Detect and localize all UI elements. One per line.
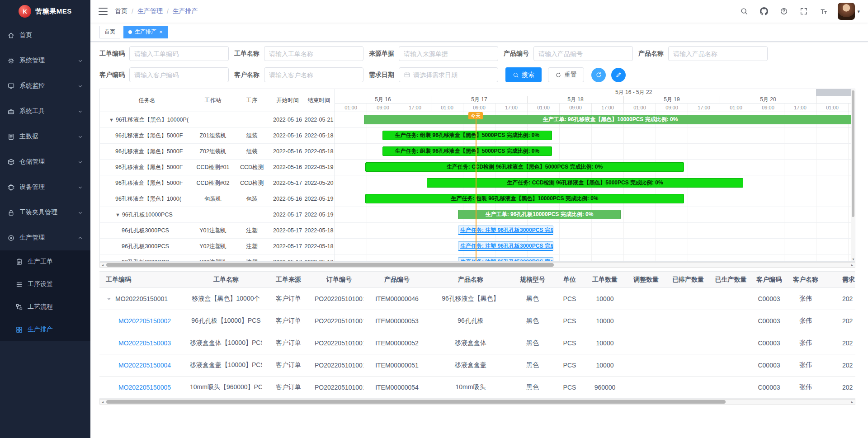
reset-button[interactable]: 重置 bbox=[548, 67, 584, 82]
breadcrumb-item-1[interactable]: 生产管理 bbox=[137, 7, 163, 15]
sidebar-item-3[interactable]: 系统工具 bbox=[0, 99, 90, 124]
gantt-bar[interactable]: 生产任务: 注塑 96孔孔板3000PCS 完成 bbox=[458, 226, 553, 235]
pencil-icon bbox=[615, 71, 622, 78]
gantt-grid-header: 任务名 工作站 工序 开始时间 结束时间 bbox=[100, 89, 335, 112]
input-field[interactable] bbox=[673, 50, 763, 57]
expand-triangle-icon[interactable]: ▼ bbox=[115, 212, 120, 217]
table-row[interactable]: MO202205150003移液盒盒体【10000】PCS客户订单PO20220… bbox=[99, 332, 855, 354]
avatar[interactable] bbox=[838, 3, 855, 20]
fullscreen-button[interactable] bbox=[796, 4, 811, 19]
filter-text-input[interactable] bbox=[129, 46, 229, 61]
sidebar-item-8[interactable]: 生产管理 bbox=[0, 225, 90, 250]
sidebar-subitem-8-2[interactable]: 工艺流程 bbox=[0, 296, 90, 318]
filter-text-input[interactable] bbox=[533, 46, 633, 61]
sidebar-subitem-8-0[interactable]: 生产工单 bbox=[0, 250, 90, 273]
gantt-bar[interactable]: 生产工单: 96孔孔板10000PCS 完成比例: 0% bbox=[458, 210, 621, 219]
filter-text-input[interactable] bbox=[668, 46, 768, 61]
filter-text-input[interactable] bbox=[399, 46, 498, 61]
gantt-bar[interactable]: 生产任务: CCD检测 96孔移液盒【黑色】5000PCS 完成比例: 0% bbox=[427, 178, 743, 188]
gantt-bar[interactable]: 生产任务: 注塑 96孔孔板3000PCS 完成 bbox=[458, 241, 553, 251]
filter-text-input[interactable] bbox=[264, 46, 363, 61]
input-field[interactable] bbox=[413, 71, 493, 79]
input-field[interactable] bbox=[269, 50, 359, 57]
scrollbar-left-arrow-icon[interactable]: ◄ bbox=[100, 400, 105, 404]
gantt-grid-row[interactable]: 96孔孔板3000PCS Y03注塑机 注塑 2022-05-17 2022-0… bbox=[100, 254, 335, 261]
input-field[interactable] bbox=[269, 71, 359, 79]
search-button[interactable]: 搜索 bbox=[505, 67, 542, 82]
table-cell bbox=[709, 377, 753, 399]
gantt-grid-row[interactable]: 96孔移液盒【黑色】5000F CCD检测#02 CCD检测 2022-05-1… bbox=[100, 175, 335, 191]
gantt-grid-row[interactable]: ▼ 96孔孔板10000PCS 2022-05-17 2022-05-19 bbox=[100, 207, 335, 223]
input-field[interactable] bbox=[134, 71, 224, 79]
table-horizontal-scrollbar[interactable]: ◄ ► bbox=[99, 399, 855, 405]
gantt-bar[interactable]: 生产工单: 96孔移液盒【黑色】10000PCS 完成比例: 0% bbox=[364, 115, 852, 124]
gantt-vertical-scrollbar[interactable]: ▼ bbox=[851, 89, 855, 261]
timeline-hour-row: 01:0009:0017:0001:0009:0017:0001:0009:00… bbox=[335, 104, 852, 112]
refresh-icon bbox=[595, 71, 602, 78]
scrollbar-thumb[interactable] bbox=[106, 400, 726, 404]
gantt-grid-row[interactable]: 96孔移液盒【黑色】5000F CCD检测#01 CCD检测 2022-05-1… bbox=[100, 160, 335, 175]
work-order-code-link[interactable]: MO202205150003 bbox=[118, 339, 171, 347]
table-row[interactable]: MO202205150001移液盒【黑色】10000个客户订单PO2022051… bbox=[99, 288, 855, 310]
work-order-code-link[interactable]: MO202205150002 bbox=[118, 317, 171, 325]
search-button[interactable] bbox=[736, 4, 752, 19]
sidebar-item-0[interactable]: 首页 bbox=[0, 23, 90, 48]
table-row[interactable]: MO202205150004移液盒盒盖【10000】PCS客户订单PO20220… bbox=[99, 354, 855, 377]
tab-close-icon[interactable]: × bbox=[159, 29, 163, 35]
scrollbar-thumb[interactable] bbox=[852, 90, 854, 217]
demand-date-input[interactable] bbox=[399, 67, 498, 82]
scrollbar-right-arrow-icon[interactable]: ► bbox=[849, 400, 855, 404]
input-field[interactable] bbox=[404, 50, 493, 57]
sidebar-item-6[interactable]: 设备管理 bbox=[0, 174, 90, 200]
github-button[interactable] bbox=[756, 4, 772, 19]
sidebar-subitem-8-3[interactable]: 生产排产 bbox=[0, 318, 90, 341]
timeline-corner-block bbox=[816, 89, 852, 96]
work-order-code-link[interactable]: MO202205150005 bbox=[118, 384, 171, 391]
hamburger-menu-icon[interactable] bbox=[99, 8, 108, 15]
scrollbar-left-arrow-icon[interactable]: ◄ bbox=[100, 264, 105, 267]
scrollbar-thumb[interactable] bbox=[106, 263, 554, 267]
gantt-grid-row[interactable]: 96孔孔板3000PCS Y01注塑机 注塑 2022-05-17 2022-0… bbox=[100, 223, 335, 239]
sidebar-subitem-8-1[interactable]: 工序设置 bbox=[0, 273, 90, 296]
sidebar-item-7[interactable]: 工装夹具管理 bbox=[0, 200, 90, 225]
refresh-button[interactable] bbox=[591, 68, 606, 82]
row-expand-chevron-icon[interactable] bbox=[106, 296, 112, 302]
gantt-grid-row[interactable]: 96孔移液盒【黑色】5000F Z02组装机 组装 2022-05-16 202… bbox=[100, 144, 335, 160]
sidebar-item-1[interactable]: 系统管理 bbox=[0, 48, 90, 73]
tab-home[interactable]: 首页 bbox=[99, 26, 120, 38]
gantt-bar[interactable]: 生产任务: 组装 96孔移液盒【黑色】5000PCS 完成比例: 0% bbox=[382, 146, 552, 156]
table-cell bbox=[709, 332, 753, 354]
gantt-grid-row[interactable]: 96孔孔板3000PCS Y02注塑机 注塑 2022-05-17 2022-0… bbox=[100, 239, 335, 254]
filter-text-input[interactable] bbox=[264, 67, 363, 82]
font-size-button[interactable] bbox=[816, 4, 831, 19]
scrollbar-down-arrow-icon[interactable]: ▼ bbox=[851, 258, 855, 261]
sidebar-item-5[interactable]: 仓储管理 bbox=[0, 149, 90, 174]
input-field[interactable] bbox=[134, 50, 224, 57]
gantt-grid-row[interactable]: 96孔移液盒【黑色】1000( 包装机 包装 2022-05-16 2022-0… bbox=[100, 191, 335, 207]
table-cell: PCS bbox=[554, 377, 585, 399]
question-button[interactable] bbox=[776, 4, 792, 19]
sidebar-item-4[interactable]: 主数据 bbox=[0, 124, 90, 149]
breadcrumb-item-2[interactable]: 生产排产 bbox=[173, 7, 198, 15]
work-order-code-link[interactable]: MO202205150004 bbox=[118, 362, 171, 369]
gantt-grid-row[interactable]: 96孔移液盒【黑色】5000F Z01组装机 组装 2022-05-16 202… bbox=[100, 128, 335, 144]
sidebar-item-2[interactable]: 系统监控 bbox=[0, 73, 90, 99]
gantt-horizontal-scrollbar[interactable]: ◄ ► bbox=[99, 262, 855, 268]
breadcrumb-item-0[interactable]: 首页 bbox=[115, 7, 127, 15]
gantt-bar[interactable]: 生产任务: 包装 96孔移液盒【黑色】10000PCS 完成比例: 0% bbox=[365, 194, 684, 203]
gantt-grid-row[interactable]: ▼ 96孔移液盒【黑色】10000P( 2022-05-16 2022-05-2… bbox=[100, 112, 335, 128]
app-logo[interactable]: K 苦糖果MES bbox=[0, 0, 90, 23]
table-row[interactable]: MO20220515000510mm吸头【960000】PCS客户订单PO202… bbox=[99, 377, 855, 399]
table-row[interactable]: MO20220515000296孔孔板【10000】PCS客户订单PO20220… bbox=[99, 310, 855, 332]
edit-button[interactable] bbox=[611, 68, 626, 82]
gantt-bar[interactable]: 生产任务: CCD检测 96孔移液盒【黑色】5000PCS 完成比例: 0% bbox=[365, 162, 684, 172]
expand-triangle-icon[interactable]: ▼ bbox=[109, 117, 114, 122]
input-field[interactable] bbox=[538, 50, 628, 57]
gantt-bar[interactable]: 生产任务: 组装 96孔移液盒【黑色】5000PCS 完成比例: 0% bbox=[382, 131, 552, 140]
user-menu[interactable]: ▾ bbox=[838, 3, 860, 20]
gantt-bar[interactable]: 生产任务: 注塑 96孔孔板3000PCS 完成 bbox=[458, 257, 553, 261]
tab-production-schedule[interactable]: 生产排产 × bbox=[123, 26, 168, 38]
work-order-code-link[interactable]: MO202205150001 bbox=[115, 295, 168, 302]
filter-text-input[interactable] bbox=[129, 67, 229, 82]
scrollbar-right-arrow-icon[interactable]: ► bbox=[849, 264, 855, 267]
